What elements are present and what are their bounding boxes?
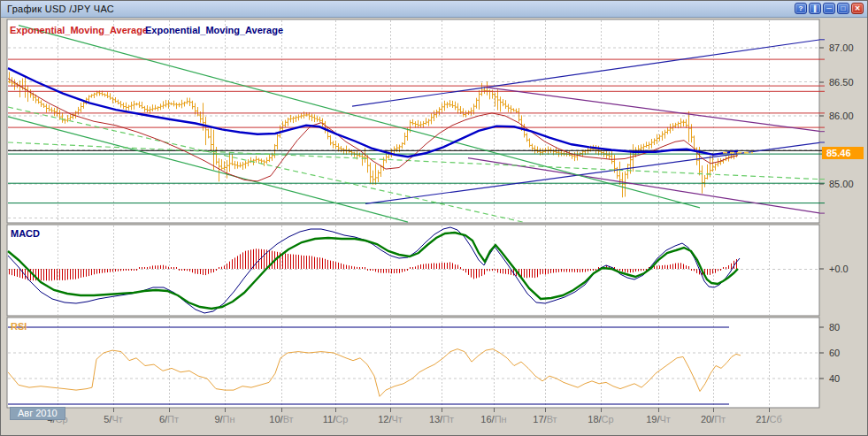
time-axis-label: 16/Пн [480, 414, 506, 425]
time-axis-label: 10/Вт [269, 414, 293, 425]
maximize-button[interactable]: □ [837, 3, 849, 14]
help-button[interactable]: ? [795, 3, 807, 14]
time-axis-label: 9/Пн [214, 414, 234, 425]
time-axis-label: 19/Чт [646, 414, 671, 425]
ema-indicator-label-slow: Exponential_Moving_Average [145, 25, 283, 35]
current-price-tag-text: 85.46 [826, 148, 851, 158]
time-axis-label: 18/Ср [588, 414, 613, 425]
pause-button[interactable]: ∥ [809, 3, 821, 14]
rsi-axis-label: 40 [829, 373, 840, 384]
macd-indicator-label: MACD [11, 228, 40, 239]
minimize-button[interactable]: ─ [823, 3, 835, 14]
title-bar[interactable]: График USD /JPY ЧАС ?∥─□✕ [1, 1, 867, 18]
price-axis-label: 85.00 [829, 179, 854, 189]
time-axis-label: 13/Пт [429, 414, 454, 425]
price-axis-label: 86.00 [829, 111, 854, 121]
macd-axis-label: +0.0 [829, 264, 849, 274]
close-button[interactable]: ✕ [851, 3, 864, 14]
window-controls: ?∥─□✕ [795, 3, 864, 14]
time-axis-label: 21/Сб [756, 414, 782, 425]
time-axis-label: 11/Ср [323, 414, 349, 425]
ema-indicator-label-fast: Exponential_Moving_Average [10, 25, 148, 35]
time-axis-label: 12/Чт [378, 414, 403, 425]
chart-window: 87.0086.5086.0085.00+0.080604085.464/Ср5… [0, 0, 868, 436]
window-title: График USD /JPY ЧАС [1, 4, 114, 14]
rsi-axis-label: 80 [829, 322, 840, 333]
time-axis-label: 6/Пт [159, 414, 179, 425]
time-axis-label: 5/Чт [104, 414, 123, 425]
month-badge: Авг 2010 [10, 407, 65, 420]
time-axis-label: 17/Вт [533, 414, 557, 425]
chart-canvas: 87.0086.5086.0085.00+0.080604085.464/Ср5… [1, 1, 868, 436]
price-axis-label: 86.50 [829, 77, 854, 88]
rsi-indicator-label: RSI [11, 321, 27, 332]
rsi-panel[interactable] [7, 317, 819, 408]
price-axis-label: 87.00 [829, 42, 854, 53]
rsi-axis-label: 60 [829, 348, 840, 358]
time-axis-label: 20/Пт [701, 414, 726, 425]
